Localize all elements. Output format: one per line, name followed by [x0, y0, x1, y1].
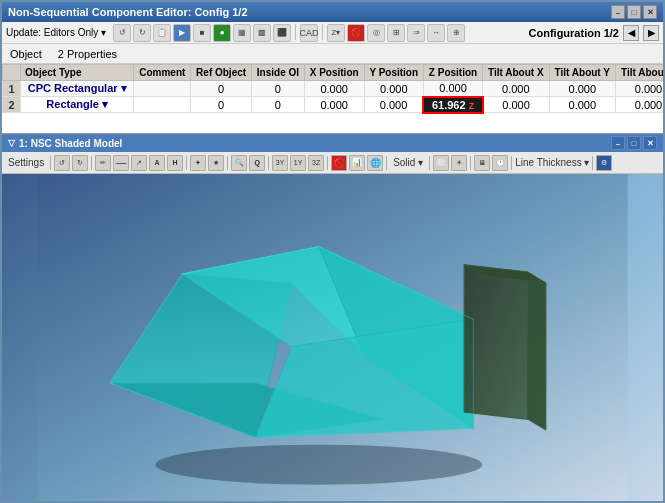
- toolbar-btn-stop[interactable]: 🚫: [347, 24, 365, 42]
- col-header-object-type[interactable]: Object Type: [21, 65, 134, 81]
- vsep2: [186, 156, 187, 170]
- viewer-btn-chart[interactable]: 📊: [349, 155, 365, 171]
- vsep5: [327, 156, 328, 170]
- vsep6: [386, 156, 387, 170]
- toolbar-btn-grid3[interactable]: ⊞: [387, 24, 405, 42]
- viewer-btn-pen[interactable]: ✏: [95, 155, 111, 171]
- toolbar-btn-sq[interactable]: ■: [193, 24, 211, 42]
- col-header-comment[interactable]: Comment: [134, 65, 191, 81]
- row1-y-pos[interactable]: 0.000: [364, 81, 423, 97]
- toolbar-btn-circle[interactable]: ◎: [367, 24, 385, 42]
- row2-inside-of[interactable]: 0: [252, 97, 305, 113]
- toolbar-btn-z[interactable]: Z▾: [327, 24, 345, 42]
- row-num-2: 2: [3, 97, 21, 113]
- viewer-btn-clock[interactable]: 🕐: [492, 155, 508, 171]
- toolbar-btn-transfer[interactable]: ↔: [427, 24, 445, 42]
- viewer-minimize-btn[interactable]: –: [611, 136, 625, 150]
- scene-svg: [2, 174, 663, 501]
- table-row: 1 CPC Rectangular ▾ 0 0 0.000 0.000 0.00…: [3, 81, 664, 97]
- menu-object[interactable]: Object: [6, 47, 46, 61]
- col-header-ref-object[interactable]: Ref Object: [191, 65, 252, 81]
- toolbar-btn-arrows[interactable]: ⇒: [407, 24, 425, 42]
- col-header-y-pos[interactable]: Y Position: [364, 65, 423, 81]
- viewer-toolbar: Settings ↺ ↻ ✏ — ↗ A H ✦ ★ 🔍 Q 3Y 1Y 3Z …: [2, 152, 663, 174]
- toolbar-btn-clipboard[interactable]: 📋: [153, 24, 171, 42]
- col-header-tilt-y[interactable]: Tilt About Y: [549, 65, 615, 81]
- viewer-btn-magnify[interactable]: 🔍: [231, 155, 247, 171]
- settings-label[interactable]: Settings: [5, 157, 47, 168]
- viewer-btn-settings-gear[interactable]: ⚙: [596, 155, 612, 171]
- row1-z-pos[interactable]: 0.000: [423, 81, 482, 97]
- row2-tilt-z[interactable]: 0.000: [615, 97, 663, 113]
- toolbar-btn-refresh[interactable]: ↺: [113, 24, 131, 42]
- col-header-tilt-z[interactable]: Tilt About Z: [615, 65, 663, 81]
- col-header-x-pos[interactable]: X Position: [304, 65, 364, 81]
- viewer-btn-stop[interactable]: 🚫: [331, 155, 347, 171]
- svg-marker-9: [528, 272, 546, 430]
- row2-tilt-x[interactable]: 0.000: [483, 97, 550, 113]
- row1-comment[interactable]: [134, 81, 191, 97]
- toolbar-btn-grid2[interactable]: ▩: [253, 24, 271, 42]
- config-next-btn[interactable]: ▶: [643, 25, 659, 41]
- viewer-btn-sun[interactable]: ☀: [451, 155, 467, 171]
- viewer-btn-1y[interactable]: 1Y: [290, 155, 306, 171]
- main-window: Non-Sequential Component Editor: Config …: [0, 0, 665, 503]
- vsep0: [50, 156, 51, 170]
- row2-z-pos-highlighted[interactable]: 61.962 Z: [423, 97, 482, 113]
- viewer-btn-star[interactable]: ✦: [190, 155, 206, 171]
- viewer-btn-star2[interactable]: ★: [208, 155, 224, 171]
- viewer-close-btn[interactable]: ✕: [643, 136, 657, 150]
- table-row: 2 Rectangle ▾ 0 0 0.000 0.000 61.962 Z 0…: [3, 97, 664, 113]
- row2-x-pos[interactable]: 0.000: [304, 97, 364, 113]
- col-header-tilt-x[interactable]: Tilt About X: [483, 65, 550, 81]
- viewer-maximize-btn[interactable]: □: [627, 136, 641, 150]
- row1-ref-object[interactable]: 0: [191, 81, 252, 97]
- viewer-btn-globe[interactable]: 🌐: [367, 155, 383, 171]
- minimize-button[interactable]: –: [611, 5, 625, 19]
- viewer-title-controls: – □ ✕: [611, 136, 657, 150]
- row1-object-type[interactable]: CPC Rectangular ▾: [21, 81, 134, 97]
- solid-label[interactable]: Solid ▾: [390, 157, 426, 168]
- close-button[interactable]: ✕: [643, 5, 657, 19]
- viewer-btn-arrow[interactable]: ↗: [131, 155, 147, 171]
- row2-y-pos[interactable]: 0.000: [364, 97, 423, 113]
- toolbar-btn-play[interactable]: ▶: [173, 24, 191, 42]
- row-num-1: 1: [3, 81, 21, 97]
- row1-tilt-z[interactable]: 0.000: [615, 81, 663, 97]
- line-thickness-label[interactable]: Line Thickness ▾: [515, 157, 589, 168]
- restore-button[interactable]: □: [627, 5, 641, 19]
- viewer-btn-q[interactable]: Q: [249, 155, 265, 171]
- toolbar-btn-black[interactable]: ⬛: [273, 24, 291, 42]
- viewer-3d-scene[interactable]: [2, 174, 663, 501]
- row1-x-pos[interactable]: 0.000: [304, 81, 364, 97]
- col-header-inside-of[interactable]: Inside OI: [252, 65, 305, 81]
- viewer-btn-3y[interactable]: 3Y: [272, 155, 288, 171]
- row1-tilt-y[interactable]: 0.000: [549, 81, 615, 97]
- viewer-btn-refresh[interactable]: ↺: [54, 155, 70, 171]
- update-label[interactable]: Update: Editors Only ▾: [6, 27, 106, 38]
- toolbar-btn-redo[interactable]: ↻: [133, 24, 151, 42]
- viewer-btn-h[interactable]: H: [167, 155, 183, 171]
- col-header-z-pos[interactable]: Z Position: [423, 65, 482, 81]
- main-toolbar: ↺ ↻ 📋 ▶ ■ ● ▦ ▩ ⬛ CAD Z▾ 🚫 ◎ ⊞ ⇒ ↔ ⊕: [113, 24, 465, 42]
- viewer-btn-a[interactable]: A: [149, 155, 165, 171]
- viewer-btn-line[interactable]: —: [113, 155, 129, 171]
- row1-inside-of[interactable]: 0: [252, 81, 305, 97]
- row2-tilt-y[interactable]: 0.000: [549, 97, 615, 113]
- toolbar-btn-dot[interactable]: ●: [213, 24, 231, 42]
- row2-object-type[interactable]: Rectangle ▾: [21, 97, 134, 113]
- row2-comment[interactable]: [134, 97, 191, 113]
- viewer-collapse-icon[interactable]: ▽: [8, 138, 15, 148]
- toolbar-btn-grid1[interactable]: ▦: [233, 24, 251, 42]
- menu-properties[interactable]: 2 Properties: [54, 47, 121, 61]
- viewer-title: 1: NSC Shaded Model: [19, 138, 122, 149]
- row1-tilt-x[interactable]: 0.000: [483, 81, 550, 97]
- toolbar-btn-cad[interactable]: CAD: [300, 24, 318, 42]
- viewer-btn-screen[interactable]: 🖥: [474, 155, 490, 171]
- config-prev-btn[interactable]: ◀: [623, 25, 639, 41]
- row2-ref-object[interactable]: 0: [191, 97, 252, 113]
- toolbar-btn-plus[interactable]: ⊕: [447, 24, 465, 42]
- viewer-btn-box[interactable]: ⬜: [433, 155, 449, 171]
- viewer-btn-3z[interactable]: 3Z: [308, 155, 324, 171]
- viewer-btn-redo[interactable]: ↻: [72, 155, 88, 171]
